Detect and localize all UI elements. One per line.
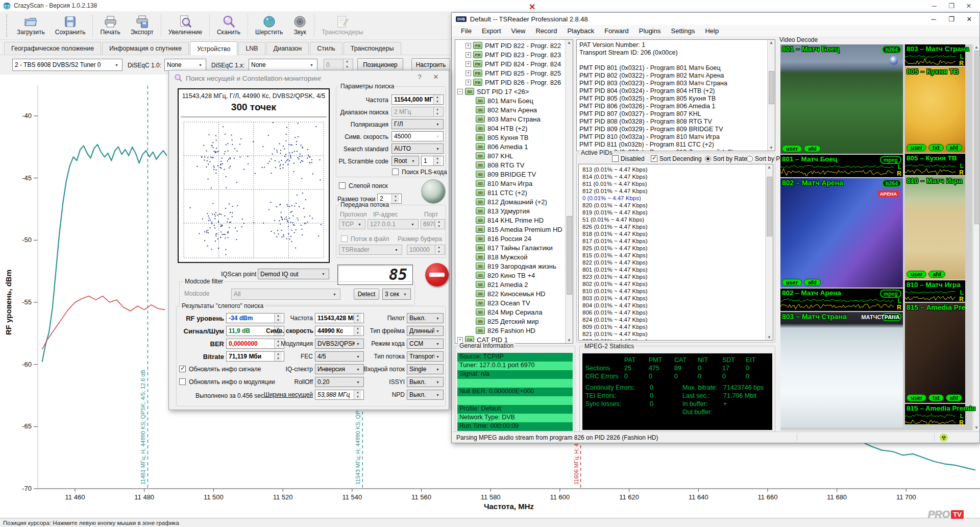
pid-list-item[interactable]: 804 (0.01% ~ 4.47 Kbps)	[582, 302, 773, 309]
pl-scramble-mode[interactable]: Root▼	[391, 156, 419, 166]
pid-tree[interactable]: + PM PMT PID 822 - Progr. 822 + PM PMT P…	[455, 39, 573, 344]
print-button[interactable]: Печать	[95, 13, 125, 38]
video-thumbnail[interactable]: 801 – Матч Боецh264userafd	[780, 44, 903, 154]
tree-item[interactable]: SD 823 Ocean TV	[455, 298, 573, 307]
tree-item[interactable]: SD 801 Матч Боец	[455, 96, 573, 105]
issyi-select[interactable]: Выкл.▼	[407, 377, 444, 387]
diseqc1x-select[interactable]: None▼	[249, 59, 317, 71]
tree-item[interactable]: SD 812 Домашний (+2)	[455, 197, 573, 206]
help-icon[interactable]: ?	[413, 73, 426, 83]
tab[interactable]: Устройство	[190, 41, 237, 55]
buffer-size-stepper[interactable]: 100000▲▼	[407, 245, 445, 255]
pid-list-item[interactable]: 810 (0.01% ~ 4.47 Kbps)	[582, 288, 773, 295]
tsreader-titlebar[interactable]: DVB Default -- TSReader Professional 2.8…	[452, 13, 979, 25]
pid-list-item[interactable]: 51 (0.01% ~ 4.47 Kbps)	[582, 217, 773, 224]
tuner-select[interactable]: 2 - TBS 6908 DVBS/S2 Tuner 0▼	[12, 59, 122, 71]
tree-item[interactable]: + PM PMT PID 825 - Progr. 825	[455, 68, 573, 78]
polarization-select[interactable]: Г/Л▼	[391, 119, 444, 129]
close-icon[interactable]: ✕	[962, 2, 976, 10]
video-thumbnail[interactable]: 810 – Матч Играuserafd	[905, 176, 965, 279]
stream-type-select[interactable]: Transport▼	[407, 351, 444, 362]
expand-icon[interactable]: −	[457, 89, 463, 94]
input-stream-select[interactable]: Single▼	[407, 364, 444, 374]
audio-strip[interactable]: 815 – Amedia PremiuLR	[905, 404, 965, 424]
update-modulation-checkbox[interactable]	[179, 378, 186, 385]
tab[interactable]: Транспондеры	[344, 42, 401, 55]
blind-search-checkbox[interactable]	[339, 182, 346, 189]
minimize-icon[interactable]: ─	[926, 15, 941, 23]
tree-item[interactable]: SD 808 RTG TV	[455, 160, 573, 170]
pls-search-checkbox[interactable]	[392, 169, 399, 175]
maximize-icon[interactable]: ❐	[944, 2, 959, 10]
expand-icon[interactable]: +	[465, 80, 471, 85]
res-iq-select[interactable]: Инверсия▼	[315, 364, 364, 374]
disabled-checkbox[interactable]	[612, 155, 619, 162]
audio-strip[interactable]: 805 – Кухня ТВLR	[905, 154, 965, 175]
load-button[interactable]: Загрузить	[12, 13, 50, 38]
menu-item[interactable]: Record	[530, 26, 562, 36]
pid-list-item[interactable]: 820 (0.01% ~ 4.47 Kbps)	[582, 202, 773, 209]
menu-item[interactable]: Export	[477, 26, 506, 36]
code-mode-select[interactable]: CCM▼	[407, 339, 444, 349]
tree-scrollbar[interactable]: ▲▼	[565, 40, 573, 343]
menu-item[interactable]: Playback	[562, 26, 599, 36]
crazyscan-titlebar[interactable]: CrazyScan - Версия 1.0.2.138 ─ ❐ ✕	[0, 0, 980, 11]
tree-item[interactable]: SD 822 Киносемья HD	[455, 289, 573, 298]
video-thumbnail[interactable]: 802 – Матч Аренаh264АРЕНАuserafd	[780, 178, 903, 288]
pids-scrollbar[interactable]: ▲▼	[765, 164, 773, 340]
reader-select[interactable]: TSReader▼	[339, 245, 402, 255]
pid-list-item[interactable]: 819 (0.01% ~ 4.47 Kbps)	[582, 209, 773, 217]
pid-list-item[interactable]: 803 (0.01% ~ 4.47 Kbps)	[582, 295, 773, 302]
tree-item[interactable]: SD 805 Кухня ТВ	[455, 133, 573, 142]
tree-item[interactable]: + PM PMT PID 824 - Progr. 824	[455, 59, 573, 68]
stream-to-file-checkbox[interactable]	[341, 235, 348, 242]
sweep-button[interactable]: Шерстить	[250, 13, 288, 38]
tree-item[interactable]: SD 804 НТВ (+2)	[455, 124, 573, 133]
detect-time-select[interactable]: 3 сек▼	[382, 289, 411, 300]
tree-item[interactable]: SD 820 Кино ТВ +4	[455, 271, 573, 280]
pid-list-item[interactable]: 822 (0.01% ~ 4.47 Kbps)	[582, 259, 773, 267]
tree-item[interactable]: SD 811 СТС (+2)	[455, 188, 573, 197]
close-icon-red[interactable]: ✕	[529, 2, 535, 12]
expand-icon[interactable]: +	[457, 337, 463, 343]
tree-item[interactable]: + PM PMT PID 826 - Progr. 826	[455, 78, 573, 87]
port-stepper[interactable]: 6970▲▼	[421, 219, 445, 229]
range-input[interactable]: 2 МГц▲▼	[391, 107, 444, 117]
scan-button[interactable]: Сканить	[212, 13, 246, 38]
sort-descending-checkbox[interactable]	[651, 155, 657, 162]
menu-item[interactable]: Forward	[599, 26, 634, 36]
pid-list-item[interactable]: 812 (0.01% ~ 4.47 Kbps)	[582, 188, 773, 195]
modcode-select[interactable]: All▼	[231, 289, 340, 300]
active-pids-list[interactable]: 813 (0.01% ~ 4.47 Kbps)814 (0.01% ~ 4.47…	[578, 164, 773, 341]
tree-item[interactable]: SD 816 Россия 24	[455, 234, 573, 243]
res-bw-value[interactable]: 53,988 МГц▲▼	[315, 390, 364, 400]
video-thumbnail[interactable]: 805 – Кухня ТВusertxtafd	[905, 67, 965, 153]
tab[interactable]: Географическое положение	[4, 42, 101, 55]
maximize-icon[interactable]: ❐	[944, 15, 959, 23]
pid-list-item[interactable]: 824 (0.01% ~ 4.47 Kbps)	[582, 317, 773, 324]
expand-icon[interactable]: +	[465, 61, 471, 67]
tree-item[interactable]: SD 803 Матч Страна	[455, 114, 573, 124]
tree-item[interactable]: + PM PMT PID 822 - Progr. 822	[455, 41, 573, 50]
audio-strip[interactable]: 801 – Матч БоецmpegLR	[780, 155, 903, 177]
close-icon[interactable]: ✕	[429, 73, 443, 83]
symbolrate-combo[interactable]: 45000˅	[391, 131, 444, 141]
tree-item[interactable]: SD 821 Amedia 2	[455, 280, 573, 289]
menu-item[interactable]: Plugins	[634, 26, 666, 36]
pid-list-item[interactable]: 817 (0.01% ~ 4.47 Kbps)	[582, 238, 773, 245]
tree-item[interactable]: SD 817 Тайны Галактики	[455, 243, 573, 252]
pid-list-item[interactable]: 826 (0.01% ~ 4.47 Kbps)	[582, 224, 773, 231]
zoom-button[interactable]: Увеличение	[163, 13, 207, 38]
menu-item[interactable]: View	[506, 26, 531, 36]
detect-button[interactable]: Detect	[354, 289, 379, 300]
expand-icon[interactable]: +	[465, 52, 471, 58]
tree-item[interactable]: − SD SDT PID 17 <26>	[455, 87, 573, 96]
res-bw-label[interactable]: Ширина несущей	[260, 391, 313, 398]
pid-list-item[interactable]: 802 (0.01% ~ 4.47 Kbps)	[582, 281, 773, 288]
pid-list-item[interactable]: 814 (0.01% ~ 4.47 Kbps)	[582, 174, 773, 181]
expand-icon[interactable]: +	[465, 43, 471, 49]
pid-list-item[interactable]: 806 (0.01% ~ 4.47 Kbps)	[582, 309, 773, 317]
pid-list-item[interactable]: 821 (0.01% ~ 4.47 Kbps)	[582, 331, 773, 338]
menu-item[interactable]: Help	[700, 26, 724, 36]
save-button[interactable]: Сохранить	[50, 13, 91, 38]
